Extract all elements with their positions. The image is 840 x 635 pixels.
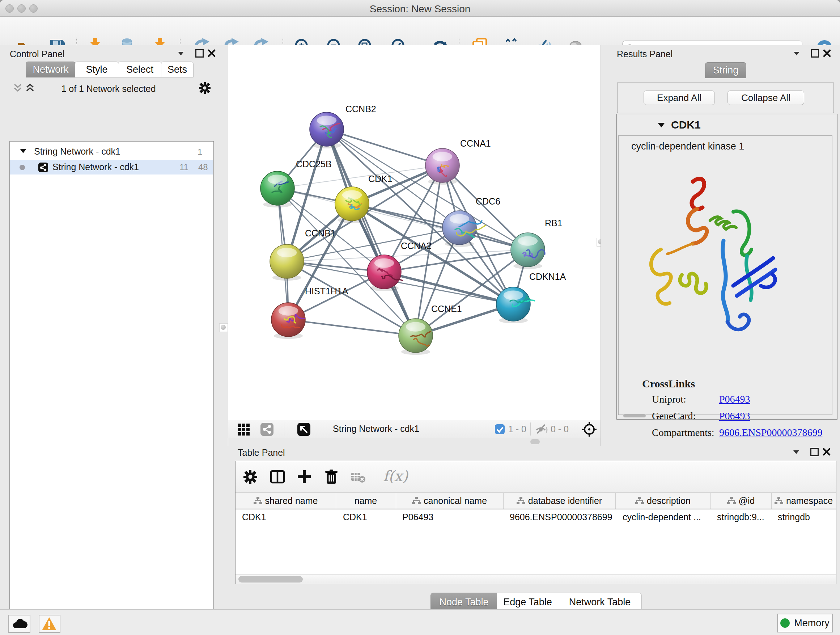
- table-cell[interactable]: P06493: [402, 510, 433, 524]
- network-view-icon[interactable]: [261, 423, 273, 436]
- column-type-icon: [635, 497, 644, 505]
- birdseye-view-icon[interactable]: [297, 423, 310, 436]
- hidden-eye-icon: [535, 424, 548, 434]
- collapse-all-button[interactable]: Collapse All: [728, 90, 804, 105]
- window-title: Session: New Session: [0, 3, 840, 15]
- node-label: CCNA1: [460, 138, 491, 149]
- column-header-database-identifier[interactable]: database identifier: [503, 493, 616, 509]
- network-options-gear-icon[interactable]: [198, 81, 211, 95]
- network-node-rb1[interactable]: [511, 233, 545, 269]
- network-node-cdkn1a[interactable]: [496, 287, 535, 323]
- table-cell[interactable]: stringdb: [778, 510, 810, 524]
- tab-select[interactable]: Select: [118, 62, 162, 78]
- column-type-icon: [775, 497, 783, 505]
- memory-button[interactable]: Memory: [777, 614, 833, 632]
- tab-network[interactable]: Network: [26, 62, 76, 78]
- left-splitter-handle[interactable]: [219, 323, 228, 332]
- crosslink-value[interactable]: P06493: [719, 394, 750, 405]
- results-panel-title: Results Panel: [617, 49, 673, 59]
- create-column-icon[interactable]: [296, 469, 313, 485]
- delete-column-icon[interactable]: [323, 469, 340, 485]
- table-scrollbar-thumb[interactable]: [238, 576, 303, 583]
- network-collection-row[interactable]: String Network - cdk1 1: [10, 144, 213, 159]
- table-cell[interactable]: CDK1: [242, 510, 266, 524]
- cloud-button[interactable]: [8, 615, 30, 633]
- node-label: CDK1: [368, 174, 393, 184]
- column-header-shared-name[interactable]: shared name: [235, 493, 336, 509]
- node-label: CCNB1: [305, 228, 336, 238]
- network-row-selected[interactable]: String Network - cdk1 11 48: [10, 160, 213, 174]
- node-label: CCNA2: [401, 241, 431, 251]
- node-label: CCNB2: [346, 104, 376, 114]
- network-node-ccna1[interactable]: [425, 149, 459, 185]
- column-header-id[interactable]: @id: [711, 493, 772, 509]
- selected-checkbox-icon[interactable]: [495, 424, 505, 434]
- main-toolbar: ?: [0, 17, 840, 46]
- panel-menu-icon[interactable]: [178, 52, 184, 55]
- table-cell[interactable]: cyclin-dependent ...: [622, 510, 701, 524]
- network-edge[interactable]: [327, 129, 416, 336]
- panel-menu-icon[interactable]: [793, 450, 799, 454]
- tab-style[interactable]: Style: [75, 62, 118, 78]
- network-node-ccne1[interactable]: [399, 318, 433, 355]
- tab-network-table[interactable]: Network Table: [558, 593, 642, 611]
- network-node-cdk1[interactable]: [335, 187, 369, 223]
- collapse-all-networks-icon[interactable]: [13, 83, 22, 93]
- hidden-node-edge-count: 0 - 0: [551, 424, 569, 434]
- network-node-cdc25b[interactable]: [261, 171, 294, 207]
- column-header-description[interactable]: description: [615, 493, 711, 509]
- network-view-canvas[interactable]: CCNB2CCNA1CDC25BCDK1CDC6RB1CCNB1CCNA2CDK…: [228, 45, 600, 420]
- network-status-dot: [19, 165, 25, 170]
- panel-menu-icon[interactable]: [794, 52, 799, 55]
- table-horizontal-scrollbar[interactable]: [235, 574, 836, 584]
- network-node-ccna2[interactable]: [367, 255, 403, 291]
- control-panel-title: Control Panel: [10, 49, 65, 59]
- string-network-icon: [38, 163, 48, 172]
- warning-icon: [41, 616, 58, 631]
- expand-all-button[interactable]: Expand All: [644, 90, 715, 105]
- results-scrollbar-thumb[interactable]: [623, 414, 646, 417]
- network-graph[interactable]: CCNB2CCNA1CDC25BCDK1CDC6RB1CCNB1CCNA2CDK…: [228, 45, 600, 420]
- tab-node-table[interactable]: Node Table: [431, 593, 497, 611]
- panel-close-icon[interactable]: [208, 49, 216, 57]
- tab-edge-table[interactable]: Edge Table: [497, 593, 559, 611]
- network-node-hist1h1a[interactable]: [271, 302, 305, 339]
- crosshair-icon[interactable]: [582, 422, 597, 437]
- panel-float-icon[interactable]: [195, 49, 204, 57]
- grid-view-icon[interactable]: [237, 423, 250, 436]
- application-window: Session: New Session: [0, 0, 840, 635]
- node-label: CDKN1A: [529, 272, 566, 282]
- crosslink-value[interactable]: 9606.ENSP00000378699: [719, 427, 822, 439]
- gene-section-expand-icon[interactable]: [657, 122, 665, 128]
- tab-sets[interactable]: Sets: [161, 62, 194, 78]
- column-header-canonical-name[interactable]: canonical name: [396, 493, 504, 509]
- panel-close-icon[interactable]: [823, 49, 831, 57]
- network-edge[interactable]: [352, 204, 528, 250]
- network-edge[interactable]: [288, 320, 416, 336]
- panel-float-icon[interactable]: [810, 448, 819, 456]
- network-node-cdc6[interactable]: [442, 211, 485, 247]
- panel-close-icon[interactable]: [823, 448, 831, 456]
- show-column-icon[interactable]: [269, 469, 286, 485]
- column-type-icon: [516, 497, 525, 505]
- function-builder-icon: f(x): [383, 468, 408, 485]
- panel-float-icon[interactable]: [811, 49, 819, 57]
- horizontal-splitter-handle[interactable]: [531, 439, 540, 444]
- collection-label: String Network - cdk1: [34, 146, 120, 157]
- tab-string[interactable]: String: [705, 62, 746, 78]
- table-cell[interactable]: stringdb:9...: [717, 510, 764, 524]
- delete-table-icon: [351, 470, 367, 487]
- warning-button[interactable]: [39, 615, 60, 633]
- crosslink-value[interactable]: P06493: [719, 410, 750, 422]
- table-panel: Table Panel f(x) shared name: [228, 446, 840, 609]
- network-node-ccnb1[interactable]: [270, 244, 304, 280]
- column-header-name[interactable]: name: [336, 493, 396, 509]
- table-cell[interactable]: 9606.ENSP00000378699: [510, 510, 613, 524]
- column-header-namespace[interactable]: namespace: [771, 493, 836, 509]
- collection-expand-icon[interactable]: [19, 149, 27, 154]
- table-cell[interactable]: CDK1: [343, 510, 367, 524]
- expand-all-networks-icon[interactable]: [25, 83, 35, 93]
- crosslink-label: GeneCard:: [652, 410, 696, 422]
- network-edge[interactable]: [327, 129, 442, 165]
- table-options-gear-icon[interactable]: [242, 469, 259, 485]
